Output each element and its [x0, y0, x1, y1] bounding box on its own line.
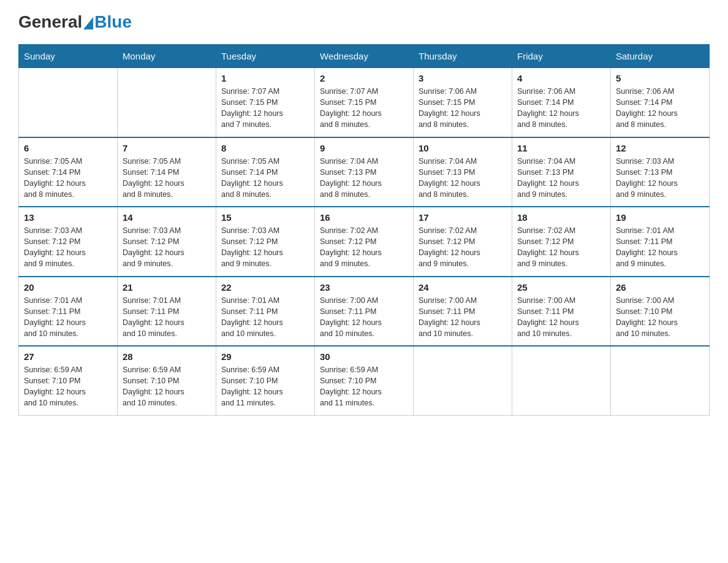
- calendar-day-cell: 5Sunrise: 7:06 AMSunset: 7:14 PMDaylight…: [611, 68, 710, 137]
- day-number: 17: [419, 212, 507, 223]
- calendar-day-cell: 14Sunrise: 7:03 AMSunset: 7:12 PMDayligh…: [118, 207, 216, 277]
- logo-general-text: General: [18, 12, 82, 32]
- day-number: 26: [616, 282, 704, 293]
- day-number: 5: [616, 73, 704, 83]
- day-number: 14: [123, 212, 211, 223]
- day-info: Sunrise: 7:00 AMSunset: 7:11 PMDaylight:…: [320, 295, 408, 340]
- calendar-day-cell: 15Sunrise: 7:03 AMSunset: 7:12 PMDayligh…: [216, 207, 315, 277]
- day-info: Sunrise: 6:59 AMSunset: 7:10 PMDaylight:…: [24, 364, 112, 409]
- day-number: 10: [419, 143, 507, 153]
- day-number: 21: [123, 282, 211, 293]
- day-info: Sunrise: 6:59 AMSunset: 7:10 PMDaylight:…: [221, 364, 309, 409]
- calendar-day-cell: 1Sunrise: 7:07 AMSunset: 7:15 PMDaylight…: [216, 68, 315, 137]
- day-info: Sunrise: 7:01 AMSunset: 7:11 PMDaylight:…: [221, 295, 309, 340]
- header: General Blue: [18, 12, 710, 32]
- day-number: 6: [24, 143, 112, 153]
- day-info: Sunrise: 7:05 AMSunset: 7:14 PMDaylight:…: [221, 156, 309, 201]
- day-number: 2: [320, 73, 408, 83]
- day-info: Sunrise: 7:00 AMSunset: 7:10 PMDaylight:…: [616, 295, 704, 340]
- calendar-day-cell: 21Sunrise: 7:01 AMSunset: 7:11 PMDayligh…: [118, 277, 216, 347]
- day-info: Sunrise: 7:05 AMSunset: 7:14 PMDaylight:…: [24, 156, 112, 201]
- calendar-day-cell: 3Sunrise: 7:06 AMSunset: 7:15 PMDaylight…: [414, 68, 512, 137]
- calendar-week-row: 27Sunrise: 6:59 AMSunset: 7:10 PMDayligh…: [19, 346, 710, 415]
- calendar-day-cell: 19Sunrise: 7:01 AMSunset: 7:11 PMDayligh…: [611, 207, 710, 277]
- calendar-day-cell: 23Sunrise: 7:00 AMSunset: 7:11 PMDayligh…: [315, 277, 414, 347]
- calendar-day-cell: 20Sunrise: 7:01 AMSunset: 7:11 PMDayligh…: [19, 277, 118, 347]
- calendar-week-row: 20Sunrise: 7:01 AMSunset: 7:11 PMDayligh…: [19, 277, 710, 347]
- calendar-day-cell: 25Sunrise: 7:00 AMSunset: 7:11 PMDayligh…: [512, 277, 611, 347]
- day-info: Sunrise: 7:06 AMSunset: 7:14 PMDaylight:…: [517, 86, 605, 131]
- calendar-day-cell: 17Sunrise: 7:02 AMSunset: 7:12 PMDayligh…: [414, 207, 512, 277]
- logo-triangle-icon: [83, 17, 93, 29]
- header-monday: Monday: [118, 45, 216, 68]
- calendar-day-cell: [118, 68, 216, 137]
- day-info: Sunrise: 7:06 AMSunset: 7:14 PMDaylight:…: [616, 86, 704, 131]
- day-info: Sunrise: 7:04 AMSunset: 7:13 PMDaylight:…: [419, 156, 507, 201]
- calendar-day-cell: 29Sunrise: 6:59 AMSunset: 7:10 PMDayligh…: [216, 346, 315, 415]
- calendar-day-cell: 26Sunrise: 7:00 AMSunset: 7:10 PMDayligh…: [611, 277, 710, 347]
- calendar-header-row: Sunday Monday Tuesday Wednesday Thursday…: [19, 45, 710, 68]
- day-info: Sunrise: 7:04 AMSunset: 7:13 PMDaylight:…: [517, 156, 605, 201]
- day-info: Sunrise: 7:02 AMSunset: 7:12 PMDaylight:…: [419, 225, 507, 270]
- calendar-day-cell: 2Sunrise: 7:07 AMSunset: 7:15 PMDaylight…: [315, 68, 414, 137]
- calendar-day-cell: 4Sunrise: 7:06 AMSunset: 7:14 PMDaylight…: [512, 68, 611, 137]
- header-sunday: Sunday: [19, 45, 118, 68]
- day-info: Sunrise: 7:02 AMSunset: 7:12 PMDaylight:…: [517, 225, 605, 270]
- day-info: Sunrise: 7:03 AMSunset: 7:12 PMDaylight:…: [221, 225, 309, 270]
- day-number: 28: [123, 351, 211, 362]
- day-number: 19: [616, 212, 704, 223]
- day-info: Sunrise: 7:02 AMSunset: 7:12 PMDaylight:…: [320, 225, 408, 270]
- day-number: 13: [24, 212, 112, 223]
- calendar-day-cell: 24Sunrise: 7:00 AMSunset: 7:11 PMDayligh…: [414, 277, 512, 347]
- day-info: Sunrise: 7:03 AMSunset: 7:13 PMDaylight:…: [616, 156, 704, 201]
- day-number: 23: [320, 282, 408, 293]
- day-number: 18: [517, 212, 605, 223]
- calendar-day-cell: 27Sunrise: 6:59 AMSunset: 7:10 PMDayligh…: [19, 346, 118, 415]
- day-info: Sunrise: 7:00 AMSunset: 7:11 PMDaylight:…: [517, 295, 605, 340]
- day-number: 11: [517, 143, 605, 153]
- day-number: 25: [517, 282, 605, 293]
- calendar-day-cell: 18Sunrise: 7:02 AMSunset: 7:12 PMDayligh…: [512, 207, 611, 277]
- calendar-day-cell: 6Sunrise: 7:05 AMSunset: 7:14 PMDaylight…: [19, 137, 118, 207]
- header-saturday: Saturday: [611, 45, 710, 68]
- logo-blue-text: Blue: [94, 12, 132, 32]
- header-wednesday: Wednesday: [315, 45, 414, 68]
- day-number: 12: [616, 143, 704, 153]
- day-number: 3: [419, 73, 507, 83]
- calendar-day-cell: 30Sunrise: 6:59 AMSunset: 7:10 PMDayligh…: [315, 346, 414, 415]
- day-info: Sunrise: 7:03 AMSunset: 7:12 PMDaylight:…: [123, 225, 211, 270]
- calendar-week-row: 6Sunrise: 7:05 AMSunset: 7:14 PMDaylight…: [19, 137, 710, 207]
- day-number: 7: [123, 143, 211, 153]
- day-number: 27: [24, 351, 112, 362]
- calendar-day-cell: 10Sunrise: 7:04 AMSunset: 7:13 PMDayligh…: [414, 137, 512, 207]
- day-info: Sunrise: 7:00 AMSunset: 7:11 PMDaylight:…: [419, 295, 507, 340]
- calendar-week-row: 13Sunrise: 7:03 AMSunset: 7:12 PMDayligh…: [19, 207, 710, 277]
- calendar-day-cell: [414, 346, 512, 415]
- day-info: Sunrise: 7:01 AMSunset: 7:11 PMDaylight:…: [616, 225, 704, 270]
- header-tuesday: Tuesday: [216, 45, 315, 68]
- calendar-day-cell: 13Sunrise: 7:03 AMSunset: 7:12 PMDayligh…: [19, 207, 118, 277]
- header-thursday: Thursday: [414, 45, 512, 68]
- calendar-table: Sunday Monday Tuesday Wednesday Thursday…: [18, 44, 710, 416]
- header-friday: Friday: [512, 45, 611, 68]
- logo: General Blue: [18, 12, 132, 32]
- calendar-day-cell: 22Sunrise: 7:01 AMSunset: 7:11 PMDayligh…: [216, 277, 315, 347]
- calendar-day-cell: 12Sunrise: 7:03 AMSunset: 7:13 PMDayligh…: [611, 137, 710, 207]
- day-number: 15: [221, 212, 309, 223]
- calendar-week-row: 1Sunrise: 7:07 AMSunset: 7:15 PMDaylight…: [19, 68, 710, 137]
- calendar-day-cell: 7Sunrise: 7:05 AMSunset: 7:14 PMDaylight…: [118, 137, 216, 207]
- day-number: 24: [419, 282, 507, 293]
- day-number: 29: [221, 351, 309, 362]
- day-info: Sunrise: 7:07 AMSunset: 7:15 PMDaylight:…: [320, 86, 408, 131]
- calendar-day-cell: 11Sunrise: 7:04 AMSunset: 7:13 PMDayligh…: [512, 137, 611, 207]
- calendar-day-cell: 28Sunrise: 6:59 AMSunset: 7:10 PMDayligh…: [118, 346, 216, 415]
- calendar-day-cell: [611, 346, 710, 415]
- day-info: Sunrise: 7:01 AMSunset: 7:11 PMDaylight:…: [24, 295, 112, 340]
- calendar-day-cell: 8Sunrise: 7:05 AMSunset: 7:14 PMDaylight…: [216, 137, 315, 207]
- calendar-day-cell: [19, 68, 118, 137]
- day-info: Sunrise: 7:03 AMSunset: 7:12 PMDaylight:…: [24, 225, 112, 270]
- day-number: 1: [221, 73, 309, 83]
- day-info: Sunrise: 6:59 AMSunset: 7:10 PMDaylight:…: [123, 364, 211, 409]
- day-info: Sunrise: 6:59 AMSunset: 7:10 PMDaylight:…: [320, 364, 408, 409]
- day-number: 20: [24, 282, 112, 293]
